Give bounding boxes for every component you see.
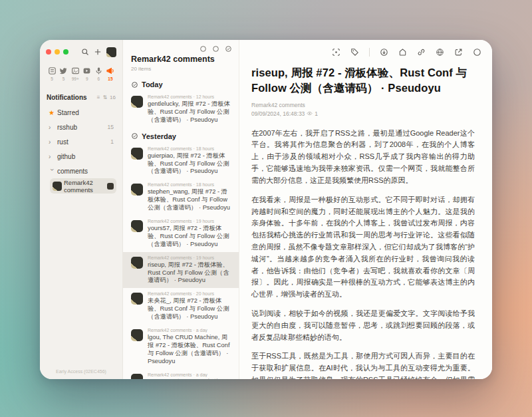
list-item[interactable]: Remark42 comments · 18 hours stephen_wan… (123, 179, 239, 215)
tab-count: 6 (98, 76, 100, 81)
tag-icon[interactable] (350, 48, 359, 57)
tab-pictures[interactable]: 99+ (70, 67, 80, 81)
tab-count: 15 (108, 76, 112, 81)
item-meta: Remark42 comments · 12 hours (148, 94, 231, 99)
article-pane: riseup, 周报 #72 - 滑板体验、Rust Conf 与 Follow… (239, 40, 492, 379)
desktop-background: 5 5 99+ 9 6 (0, 0, 532, 417)
profile-icon[interactable] (473, 48, 481, 57)
list-item[interactable]: Remark42 comments · 20 hours 未央花_, 周报 #7… (123, 288, 239, 325)
item-meta: Remark42 comments · 19 hours (148, 255, 231, 260)
star-icon: ★ (49, 109, 55, 116)
list-item[interactable]: Remark42 comments · 12 hours gentlelucky… (123, 91, 239, 128)
chevron-right-icon[interactable]: › (49, 138, 55, 146)
tab-count: 99+ (72, 76, 79, 81)
feed-avatar (131, 148, 143, 160)
list-item-count: 20 items (131, 66, 231, 72)
collapse-all-icon[interactable]: ⇅ (102, 94, 107, 100)
sidebar-item-starred[interactable]: ★ Starred (46, 105, 116, 120)
views-eye-icon (307, 110, 313, 116)
item-title: stephen_wang, 周报 #72 - 滑板体验、Rust Conf 与 … (148, 188, 231, 212)
tab-social-media[interactable]: 5 (59, 67, 69, 81)
list-item-selected[interactable]: Remark42 comments · 19 hours riseup, 周报 … (123, 252, 239, 289)
list-item[interactable]: Remark42 comments · 18 hours guierpiao, … (123, 143, 239, 180)
feed-label: rsshub (57, 124, 108, 131)
close-window-button[interactable] (46, 49, 51, 55)
item-title: gentlelucky, 周报 #72 - 滑板体验、Rust Conf 与 F… (148, 100, 231, 124)
item-meta: Remark42 comments · 18 hours (148, 182, 231, 187)
feed-label: comments (57, 168, 114, 175)
toolbar-divider (369, 48, 370, 57)
check-circle-icon[interactable] (131, 81, 138, 88)
item-meta: Remark42 comments · a day (148, 372, 231, 377)
article-datetime: 09/09/2024, 16:48:33 (251, 110, 305, 117)
list-item[interactable]: Remark42 comments · 19 hours yours57, 周报… (123, 215, 239, 252)
audio-icon (94, 67, 103, 75)
tab-audio[interactable]: 6 (93, 67, 104, 81)
add-subscription-icon[interactable] (94, 48, 102, 56)
refresh-icon[interactable] (212, 45, 219, 53)
feed-avatar (131, 374, 143, 379)
item-meta: Remark42 comments · 20 hours (148, 291, 231, 296)
link-icon[interactable] (417, 48, 426, 57)
sidebar-item-github[interactable]: › github (46, 149, 116, 164)
item-title: 未央花_, 周报 #72 - 滑板体验、Rust Conf 与 Follow 公… (148, 297, 231, 321)
chevron-right-icon[interactable]: › (49, 153, 55, 160)
group-label-text: Today (142, 80, 163, 88)
app-window: 5 5 99+ 9 6 (40, 40, 492, 379)
feed-label: Starred (57, 109, 114, 116)
pictures-icon (71, 67, 80, 75)
tab-count: 5 (51, 76, 53, 81)
feed-avatar (131, 329, 143, 341)
window-controls[interactable] (46, 49, 68, 55)
article-toolbar (239, 40, 492, 59)
entry-list-pane: Remark42 comments 20 items Today Remark4… (123, 40, 239, 379)
item-title: cyddgh, 周报 #72 - 滑板体验、Rust Conf 与 Follow… (148, 378, 231, 379)
unread-total-count: 16 (110, 94, 116, 100)
item-meta: Remark42 comments · a day (148, 328, 231, 333)
chevron-right-icon[interactable]: › (49, 124, 55, 131)
user-avatar[interactable] (106, 47, 116, 57)
chevron-down-icon[interactable]: › (49, 168, 56, 175)
paragraph: 在我看来，周报是一种极好的互动形式。它不同于即时对话，却拥有跨越时间和空间的魔力… (251, 194, 475, 301)
group-order-icon[interactable]: ≡ (97, 94, 100, 100)
item-title: guierpiao, 周报 #72 - 滑板体验、Rust Conf 与 Fol… (148, 152, 231, 176)
group-label-text: Yesterday (142, 132, 176, 140)
mark-read-icon[interactable] (380, 48, 388, 57)
article-source[interactable]: Remark42 comments (251, 102, 475, 108)
sidebar-item-remark42-comments[interactable]: Remark42 comments (50, 178, 116, 194)
minimize-window-button[interactable] (55, 49, 60, 55)
notifications-icon (106, 67, 114, 75)
home-icon[interactable] (398, 48, 407, 57)
paragraph: 至于RSS工具，既然是为工具，那使用方式可因人而异，主要目的在于获取和扩展信息。… (251, 350, 475, 379)
item-title: yours57, 周报 #72 - 滑板体验、Rust Conf 与 Follo… (148, 225, 231, 249)
search-icon[interactable] (81, 48, 89, 56)
share-icon[interactable] (454, 48, 463, 57)
sidebar-item-comments[interactable]: › comments (46, 164, 116, 178)
sidebar-section-title: Notifications (47, 94, 97, 101)
feed-unread-count: 15 (108, 124, 114, 130)
focus-icon[interactable] (332, 48, 340, 57)
article-content: riseup, 周报 #72 - 滑板体验、Rust Conf 与 Follow… (239, 59, 492, 379)
globe-icon[interactable] (436, 48, 444, 57)
tab-articles[interactable]: 5 (47, 67, 57, 81)
feed-avatar (53, 182, 62, 191)
zoom-window-button[interactable] (63, 49, 68, 55)
article-body: 在2007年左右，我开启了RSS之路，最初是通过Google Reader这个平… (251, 128, 475, 379)
list-item[interactable]: Remark42 comments · a day lgou, The CRUD… (123, 325, 239, 369)
mark-all-read-icon[interactable] (225, 45, 232, 53)
sidebar: 5 5 99+ 9 6 (40, 40, 123, 379)
list-item[interactable]: Remark42 comments · a day cyddgh, 周报 #72… (123, 369, 239, 379)
tab-videos[interactable]: 9 (82, 67, 92, 81)
tab-notifications[interactable]: 15 (105, 67, 116, 81)
item-title: lgou, The CRUD Machine, 周报 #72 - 滑板体验、Ru… (148, 334, 231, 366)
sidebar-item-rust[interactable]: › rust 1 (46, 134, 116, 149)
article-title: riseup, 周报 #72 - 滑板体验、Rust Conf 与 Follow… (251, 65, 475, 96)
check-circle-icon[interactable] (131, 132, 138, 140)
feed-list: ★ Starred › rsshub 15 › rust 1 › github (46, 105, 116, 194)
feed-owner-icon (107, 183, 114, 190)
circle-icon[interactable] (200, 45, 207, 53)
early-access-label: Early Access (02EC456) (46, 369, 116, 375)
feed-avatar (131, 184, 143, 196)
feed-avatar (131, 96, 143, 108)
sidebar-item-rsshub[interactable]: › rsshub 15 (46, 120, 116, 134)
